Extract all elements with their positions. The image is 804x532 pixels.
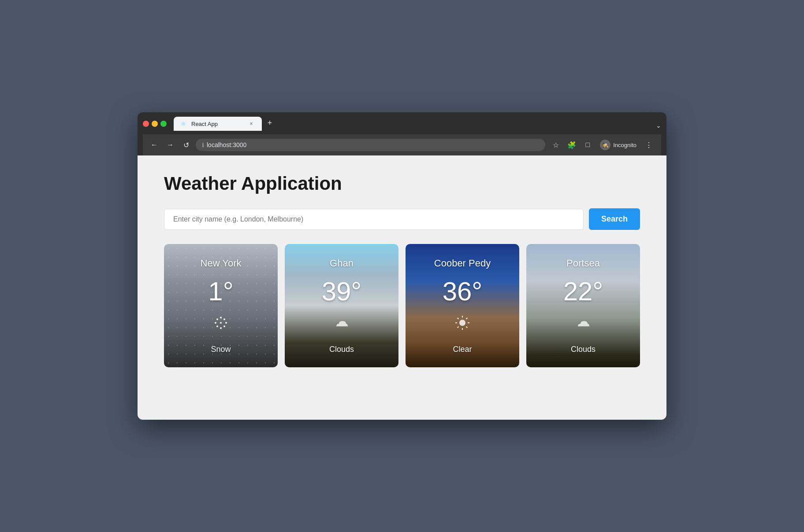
page-title: Weather Application (164, 173, 640, 194)
info-icon: ℹ (202, 142, 204, 148)
active-tab[interactable]: ⚛ React App × (174, 117, 262, 131)
traffic-lights (143, 121, 167, 127)
svg-point-2 (223, 318, 225, 320)
tab-favicon-icon: ⚛ (181, 120, 188, 127)
city-name-ghan: Ghan (330, 258, 354, 269)
incognito-button[interactable]: 🕵 Incognito (596, 138, 640, 152)
city-name-coober-pedy: Coober Pedy (434, 258, 491, 269)
svg-line-17 (458, 326, 459, 328)
weather-card-ghan[interactable]: Ghan 39° Clouds (285, 244, 398, 367)
sidebar-button[interactable]: □ (581, 138, 595, 152)
card-content-portsea: Portsea 22° Clouds (563, 253, 603, 358)
svg-point-6 (223, 325, 225, 327)
svg-point-7 (220, 327, 222, 329)
nav-actions: ☆ 🧩 □ 🕵 Incognito ⋮ (549, 138, 656, 152)
new-tab-button[interactable]: + (264, 117, 276, 129)
search-button[interactable]: Search (589, 208, 640, 230)
weather-cards: New York 1° (164, 244, 640, 367)
address-bar[interactable]: ℹ localhost:3000 (196, 139, 545, 151)
url-text: localhost:3000 (207, 141, 246, 148)
condition-ghan: Clouds (329, 345, 354, 354)
city-name-portsea: Portsea (566, 258, 600, 269)
svg-line-16 (466, 318, 467, 319)
temperature-coober-pedy: 36° (443, 278, 483, 305)
temperature-ghan: 39° (322, 278, 362, 305)
incognito-icon: 🕵 (600, 140, 610, 150)
svg-point-8 (220, 322, 222, 324)
weather-icon-clouds-portsea (574, 314, 592, 336)
tab-bar: ⚛ React App × + ⌄ (174, 117, 661, 131)
card-content-coober-pedy: Coober Pedy 36° (434, 253, 491, 358)
card-content-ghan: Ghan 39° Clouds (322, 253, 362, 358)
condition-portsea: Clouds (571, 345, 596, 354)
svg-point-5 (216, 325, 218, 327)
extensions-button[interactable]: 🧩 (565, 138, 579, 152)
reload-button[interactable]: ↺ (180, 139, 192, 151)
browser-chrome: ⚛ React App × + ⌄ ← → ↺ ℹ localhost:3000… (138, 112, 666, 155)
condition-new-york: Snow (211, 345, 231, 354)
condition-coober-pedy: Clear (453, 345, 472, 354)
temperature-new-york: 1° (208, 278, 233, 305)
incognito-label: Incognito (613, 142, 636, 148)
svg-point-0 (220, 317, 222, 318)
tab-title: React App (191, 121, 244, 127)
tab-dropdown-button[interactable]: ⌄ (656, 122, 661, 129)
svg-line-15 (466, 326, 467, 328)
svg-point-9 (459, 320, 465, 326)
close-traffic-light[interactable] (143, 121, 149, 127)
menu-button[interactable]: ⋮ (642, 138, 656, 152)
search-row: Search (164, 208, 640, 230)
weather-card-new-york[interactable]: New York 1° (164, 244, 278, 367)
svg-point-4 (225, 322, 227, 324)
tab-close-button[interactable]: × (248, 120, 255, 127)
search-input[interactable] (164, 209, 584, 230)
city-name-new-york: New York (201, 258, 242, 269)
navigation-bar: ← → ↺ ℹ localhost:3000 ☆ 🧩 □ 🕵 Incognito… (143, 134, 661, 155)
maximize-traffic-light[interactable] (160, 121, 167, 127)
browser-window: ⚛ React App × + ⌄ ← → ↺ ℹ localhost:3000… (138, 112, 666, 420)
bookmark-button[interactable]: ☆ (549, 138, 563, 152)
back-button[interactable]: ← (148, 139, 160, 151)
page-content: Weather Application Search New York 1° (138, 155, 666, 420)
minimize-traffic-light[interactable] (152, 121, 158, 127)
weather-card-coober-pedy[interactable]: Coober Pedy 36° (406, 244, 519, 367)
weather-icon-snow (212, 314, 230, 336)
forward-button[interactable]: → (164, 139, 176, 151)
svg-point-3 (215, 322, 216, 324)
temperature-portsea: 22° (563, 278, 603, 305)
svg-line-14 (458, 318, 459, 319)
title-bar: ⚛ React App × + ⌄ (143, 117, 661, 131)
weather-card-portsea[interactable]: Portsea 22° Clouds (526, 244, 640, 367)
weather-icon-clouds-ghan (333, 314, 350, 336)
card-content-new-york: New York 1° (201, 253, 242, 358)
svg-point-1 (216, 318, 218, 320)
weather-icon-clear (454, 314, 471, 336)
